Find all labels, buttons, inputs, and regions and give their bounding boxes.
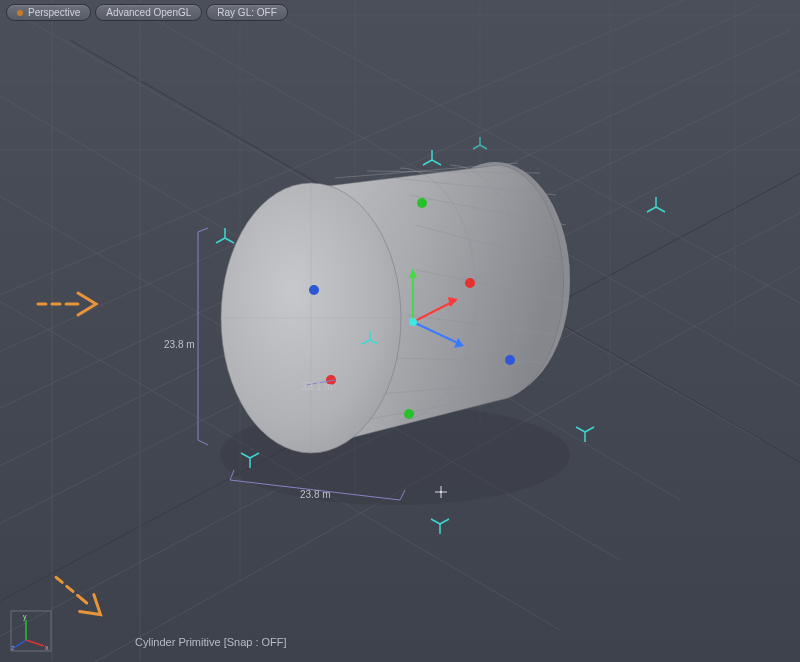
- shading-mode-button[interactable]: Advanced OpenGL: [95, 4, 202, 21]
- svg-line-81: [78, 595, 87, 603]
- axis-y-label: y: [23, 613, 27, 621]
- svg-line-80: [67, 586, 73, 591]
- scale-handle-x-neg[interactable]: [326, 375, 336, 385]
- scale-handle-z-neg[interactable]: [309, 285, 319, 295]
- 3d-viewport[interactable]: 23.8 m 23.8 m 23.1 m: [0, 0, 800, 662]
- axis-z-label: z: [11, 644, 15, 651]
- annotation-arrow-icon: [34, 284, 109, 324]
- ray-gl-toggle-button[interactable]: Ray GL: OFF: [206, 4, 287, 21]
- status-text: Cylinder Primitive [Snap : OFF]: [135, 636, 287, 648]
- axis-x-label: x: [45, 644, 49, 651]
- cylinder-primitive[interactable]: [221, 162, 570, 453]
- viewport-topbar: Perspective Advanced OpenGL Ray GL: OFF: [6, 4, 288, 21]
- scale-handle-x-pos[interactable]: [465, 278, 475, 288]
- svg-line-85: [14, 640, 26, 648]
- scale-handle-z-pos[interactable]: [505, 355, 515, 365]
- scale-handle-y-neg[interactable]: [404, 409, 414, 419]
- view-perspective-button[interactable]: Perspective: [6, 4, 91, 21]
- scene: [0, 0, 800, 662]
- svg-line-79: [56, 577, 62, 582]
- annotation-arrow-icon: [46, 564, 121, 624]
- scale-handle-y-pos[interactable]: [417, 198, 427, 208]
- axis-orientation-widget[interactable]: x y z: [10, 610, 52, 652]
- svg-line-83: [26, 640, 44, 646]
- svg-point-45: [409, 318, 417, 326]
